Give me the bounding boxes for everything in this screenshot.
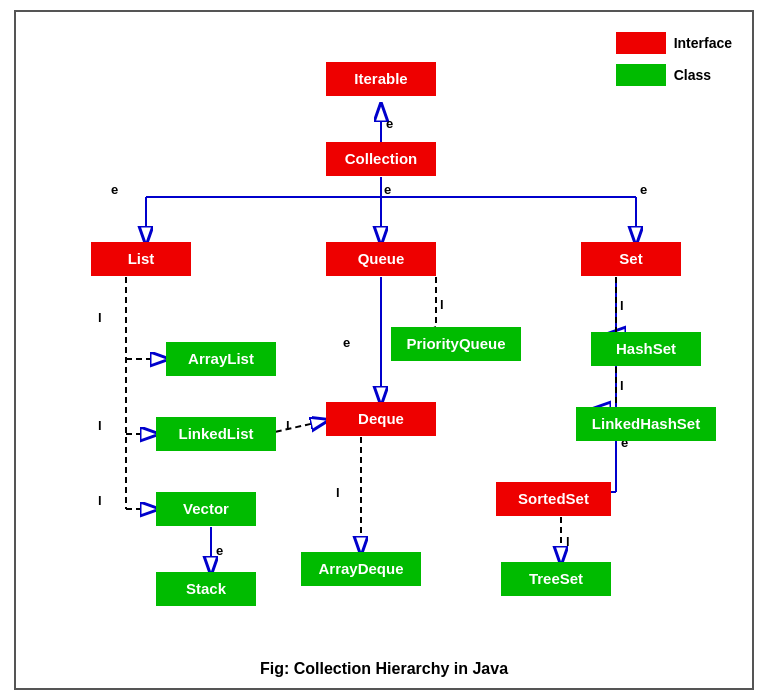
svg-text:l: l	[566, 534, 570, 549]
svg-text:l: l	[98, 310, 102, 325]
node-treeset: TreeSet	[501, 562, 611, 596]
diagram-area: e e e e l l l	[36, 32, 736, 652]
node-linkedlist: LinkedList	[156, 417, 276, 451]
node-stack: Stack	[156, 572, 256, 606]
node-set: Set	[581, 242, 681, 276]
node-list: List	[91, 242, 191, 276]
node-arraylist: ArrayList	[166, 342, 276, 376]
svg-text:l: l	[98, 418, 102, 433]
node-queue: Queue	[326, 242, 436, 276]
node-iterable: Iterable	[326, 62, 436, 96]
svg-text:e: e	[216, 543, 223, 558]
node-priorityqueue: PriorityQueue	[391, 327, 521, 361]
svg-text:e: e	[640, 182, 647, 197]
node-vector: Vector	[156, 492, 256, 526]
node-arraydeque: ArrayDeque	[301, 552, 421, 586]
diagram-caption: Fig: Collection Hierarchy in Java	[36, 660, 732, 678]
svg-text:l: l	[336, 485, 340, 500]
svg-text:e: e	[343, 335, 350, 350]
svg-text:e: e	[384, 182, 391, 197]
node-hashset: HashSet	[591, 332, 701, 366]
svg-text:l: l	[286, 418, 290, 433]
svg-text:l: l	[620, 298, 624, 313]
node-collection: Collection	[326, 142, 436, 176]
diagram-container: Interface Class e	[14, 10, 754, 690]
node-sortedset: SortedSet	[496, 482, 611, 516]
node-linkedhashset: LinkedHashSet	[576, 407, 716, 441]
svg-text:l: l	[620, 378, 624, 393]
svg-text:l: l	[440, 297, 444, 312]
svg-text:l: l	[98, 493, 102, 508]
svg-text:e: e	[386, 116, 393, 131]
svg-text:e: e	[111, 182, 118, 197]
node-deque: Deque	[326, 402, 436, 436]
